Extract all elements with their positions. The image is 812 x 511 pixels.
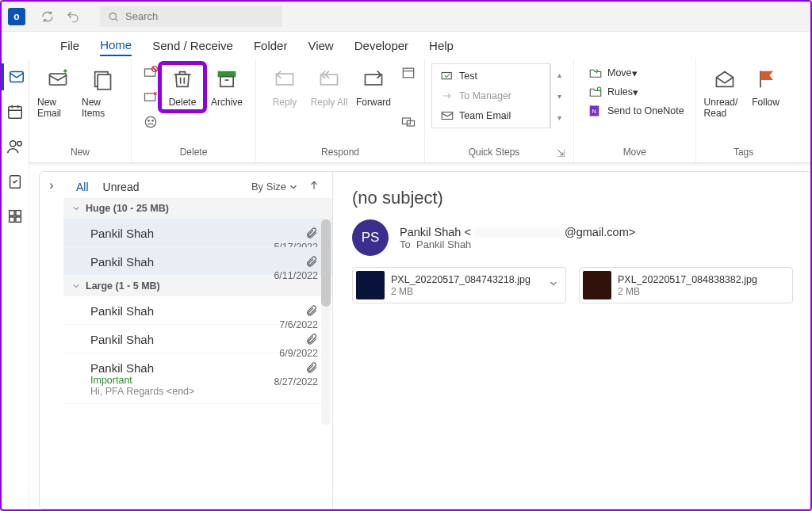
attachment-size: 2 MB: [391, 286, 530, 297]
ribbon: New Email New Items New: [29, 59, 812, 163]
quicksteps-launcher-icon[interactable]: ⇲: [557, 147, 565, 159]
chevron-down-icon: [548, 278, 559, 289]
attachments-row: PXL_20220517_084743218.jpg 2 MB PXL_2022…: [352, 267, 793, 303]
reply-button[interactable]: Reply: [262, 63, 307, 111]
group-label-new: New: [36, 147, 124, 161]
chevron-down-icon[interactable]: ▾: [553, 112, 565, 124]
svg-point-7: [10, 141, 16, 147]
rail-apps-icon[interactable]: [2, 203, 29, 230]
chevron-up-icon[interactable]: ▴: [553, 70, 565, 81]
group-respond: Reply Reply All Forward Respon: [256, 59, 425, 162]
svg-rect-3: [9, 107, 22, 119]
title-bar: o Search: [2, 2, 810, 32]
mail-item[interactable]: Pankil Shah 6/11/2022: [63, 247, 332, 276]
archive-icon: [214, 67, 239, 92]
chevron-down-icon[interactable]: ▾: [553, 91, 565, 102]
menu-home[interactable]: Home: [100, 35, 132, 56]
rail-tasks-icon[interactable]: [2, 168, 29, 195]
delete-button[interactable]: Delete: [160, 63, 205, 111]
junk-icon[interactable]: [141, 112, 160, 132]
clean-up-icon[interactable]: [141, 88, 160, 107]
rail-people-icon[interactable]: [2, 133, 29, 160]
outlook-app-icon: o: [8, 8, 25, 25]
mail-item[interactable]: Pankil Shah 6/9/2022: [63, 325, 332, 353]
qs-test[interactable]: Test: [435, 67, 546, 86]
svg-point-0: [109, 13, 116, 19]
mail-date: 6/11/2022: [274, 270, 318, 281]
mail-item[interactable]: Pankil Shah 5/17/2022: [63, 219, 332, 247]
svg-line-1: [115, 18, 117, 21]
search-box[interactable]: Search: [100, 6, 282, 27]
to-line: To Pankil Shah: [400, 238, 635, 250]
sort-direction-button[interactable]: [308, 180, 320, 193]
menu-developer[interactable]: Developer: [354, 36, 408, 55]
attachment-item[interactable]: PXL_20220517_084743218.jpg 2 MB: [352, 267, 566, 303]
reply-all-button[interactable]: Reply All: [307, 63, 351, 111]
menu-view[interactable]: View: [308, 36, 333, 55]
quicksteps-gallery[interactable]: Test To Manager Team Email: [431, 63, 550, 128]
send-to-onenote-button[interactable]: NSend to OneNote: [584, 101, 689, 120]
new-email-button[interactable]: New Email: [36, 63, 80, 122]
unread-read-button[interactable]: Unread/ Read: [703, 63, 747, 122]
forward-icon: [361, 67, 386, 92]
svg-rect-14: [50, 74, 67, 85]
new-email-icon: [45, 67, 71, 92]
group-tags: Unread/ Read Follow Tags: [696, 59, 791, 162]
undo-icon[interactable]: [65, 9, 81, 25]
sync-icon[interactable]: [40, 9, 56, 25]
rules-button[interactable]: Rules ▾: [584, 82, 689, 101]
attachment-dropdown[interactable]: [543, 278, 559, 292]
attachment-item[interactable]: PXL_20220517_084838382.jpg 2 MB: [579, 267, 793, 303]
attachment-icon: [305, 227, 318, 239]
new-items-icon: [90, 67, 115, 92]
menu-send-receive[interactable]: Send / Receive: [152, 36, 233, 55]
rail-calendar-icon[interactable]: [2, 98, 29, 125]
svg-rect-2: [10, 72, 23, 82]
svg-point-26: [148, 120, 150, 122]
attachment-icon: [305, 304, 318, 317]
qs-to-manager[interactable]: To Manager: [435, 86, 546, 105]
ignore-icon[interactable]: [141, 63, 160, 82]
menu-bar: File Home Send / Receive Folder View Dev…: [2, 32, 810, 59]
content-body: › All Unread By Size Huge (10 - 25 MB) P…: [39, 171, 812, 509]
archive-button[interactable]: Archive: [205, 63, 249, 111]
group-delete: Delete Archive Delete: [132, 59, 256, 162]
size-group-header[interactable]: Huge (10 - 25 MB): [63, 198, 332, 219]
forward-button[interactable]: Forward: [351, 63, 396, 111]
more-respond-icon[interactable]: [399, 112, 418, 132]
from-line: Pankil Shah < @gmail.com>: [400, 226, 635, 238]
search-icon: [108, 11, 119, 22]
move-button[interactable]: Move ▾: [584, 63, 689, 82]
attachment-thumbnail: [356, 271, 385, 299]
sort-by-button[interactable]: By Size: [251, 181, 299, 193]
tab-all[interactable]: All: [76, 181, 89, 193]
new-items-button[interactable]: New Items: [80, 63, 124, 122]
mail-item[interactable]: Pankil Shah 7/6/2022: [63, 296, 332, 325]
attachment-icon: [305, 333, 318, 345]
mail-preview: Hi, PFA Regards <end>: [90, 386, 320, 397]
message-list-pane: All Unread By Size Huge (10 - 25 MB) Pan…: [63, 172, 333, 509]
quicksteps-scroll[interactable]: ▴ ▾ ▾: [550, 63, 567, 128]
follow-up-button[interactable]: Follow: [747, 63, 785, 111]
svg-rect-12: [10, 217, 14, 222]
flag-icon: [753, 67, 779, 92]
rail-mail-icon[interactable]: [2, 63, 29, 90]
menu-file[interactable]: File: [60, 36, 79, 55]
search-placeholder: Search: [125, 10, 158, 22]
menu-folder[interactable]: Folder: [254, 36, 288, 55]
reading-pane: (no subject) PS Pankil Shah < @gmail.com…: [333, 172, 812, 509]
trash-icon: [170, 67, 195, 92]
meeting-icon[interactable]: [399, 63, 418, 82]
svg-rect-11: [16, 211, 21, 215]
collapse-folder-chevron-icon[interactable]: ›: [40, 172, 63, 509]
scrollbar-thumb[interactable]: [321, 219, 331, 307]
svg-rect-22: [145, 93, 155, 101]
chevron-down-icon: [71, 204, 81, 213]
attachment-name: PXL_20220517_084743218.jpg: [391, 273, 530, 286]
menu-help[interactable]: Help: [429, 36, 454, 55]
svg-rect-41: [442, 112, 453, 120]
mail-item[interactable]: Pankil Shah Important Hi, PFA Regards <e…: [63, 353, 332, 404]
message-list-scrollbar[interactable]: [321, 219, 331, 425]
qs-team-email[interactable]: Team Email: [435, 106, 546, 125]
tab-unread[interactable]: Unread: [103, 181, 140, 193]
